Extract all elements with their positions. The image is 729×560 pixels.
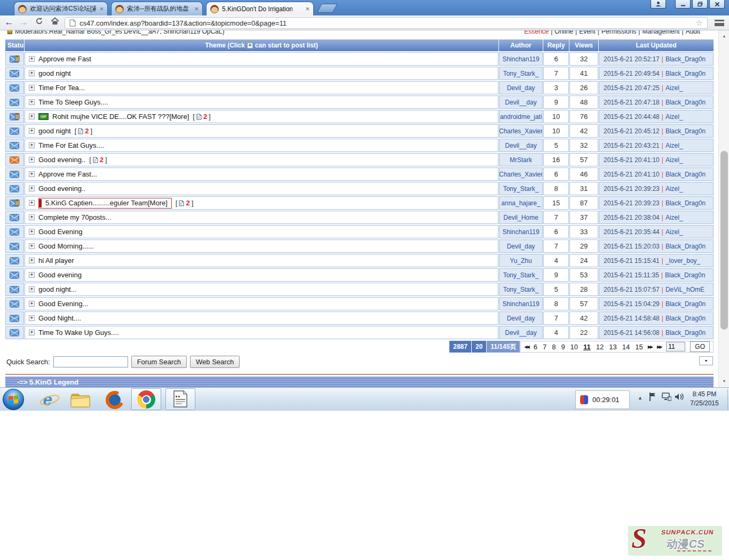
topic-title-link[interactable]: Good Evening... [38,300,88,308]
restore-button[interactable] [692,0,708,9]
last-poster-link[interactable]: Black_Drag0n [665,171,706,178]
last-page-icon[interactable]: ▶▶ [657,345,661,349]
minimize-button[interactable] [675,0,691,9]
board-link[interactable]: Event [579,30,596,35]
last-poster-link[interactable]: Aizel_ [665,113,683,121]
search-input[interactable] [53,356,128,367]
last-poster-link[interactable]: Aizel_ [665,185,683,193]
topic-title-link[interactable]: Time For Tea... [38,84,85,92]
expand-plus-icon[interactable]: + [29,258,35,263]
topic-author-link[interactable]: Charles_Xavier [499,124,543,138]
topic-title-link[interactable]: good night... [38,285,77,293]
page-scrollbar[interactable]: ▲ ▼ [718,30,729,387]
topic-author-link[interactable]: Devil__day [499,326,543,339]
page-link[interactable]: 14 [622,343,630,351]
topic-title-link[interactable]: Complete my 70posts... [38,213,112,221]
forum-search-button[interactable]: Forum Search [131,356,187,368]
taskbar-ie-icon[interactable]: e [36,390,59,410]
expand-plus-icon[interactable]: + [29,229,35,235]
topic-author-link[interactable]: Shinchan119 [499,297,543,310]
topic-title-link[interactable]: hi All player [38,257,74,265]
tab-close-icon[interactable]: × [305,5,310,12]
expand-plus-icon[interactable]: + [29,243,35,249]
last-poster-link[interactable]: Black_Drag0n [665,55,706,63]
last-poster-link[interactable]: Black_Drag0n [665,99,706,106]
highlighted-topic-box[interactable]: 5.KinG Captien.........eguler Team[More] [38,198,172,209]
taskbar-chrome-active-box[interactable] [131,388,161,410]
expand-plus-icon[interactable]: + [29,301,35,307]
topic-title-link[interactable]: Good evening.. [38,185,85,193]
action-center-flag-icon[interactable] [649,392,656,403]
last-poster-link[interactable]: Aizel_ [665,228,683,236]
topic-author-link[interactable]: Tony_Stark_ [499,283,543,296]
tab-close-icon[interactable]: × [194,5,199,12]
expand-plus-icon[interactable]: + [29,186,35,191]
topic-title-link[interactable]: Good Morning...... [38,242,94,250]
expand-plus-icon[interactable]: + [29,272,35,278]
expand-plus-icon[interactable]: + [29,330,35,335]
last-poster-link[interactable]: Black_Drag0n [665,243,706,250]
expand-plus-icon[interactable]: + [29,114,35,119]
topic-author-link[interactable]: Tony_Stark_ [499,268,543,282]
last-poster-link[interactable]: Aizel_ [665,214,683,221]
last-poster-link[interactable]: _lover_boy_ [665,257,700,265]
expand-plus-icon[interactable]: + [29,56,35,62]
topic-title-link[interactable]: good night [38,127,71,135]
topic-author-link[interactable]: Devil__day [499,139,543,152]
taskbar-document-active-box[interactable] [165,388,195,410]
browser-tab-3-active[interactable]: 5.KinGDon't Do Irrigation × [206,2,314,15]
last-poster-link[interactable]: Aizel_ [665,84,683,92]
topic-title-link[interactable]: Time For Eat Guys.... [38,141,104,149]
last-poster-link[interactable]: DeViL_hOmE [665,286,704,293]
topic-title-link[interactable]: Approve me Fast... [38,170,97,178]
expand-plus-icon[interactable]: + [29,171,35,177]
board-link[interactable]: Online [554,30,573,35]
topic-author-link[interactable]: anna_hajare_ [499,196,543,210]
next-pages-icon[interactable]: ▶▶ [648,345,652,349]
scroll-up-icon[interactable]: ▲ [719,31,729,40]
chrome-menu-icon[interactable] [715,20,724,26]
new-tab-button[interactable] [316,4,337,13]
last-poster-link[interactable]: Black_Drag0n [665,329,706,337]
last-poster-link[interactable]: Black_Drag0n [665,70,706,77]
topic-title-link[interactable]: Good evening.. [38,156,85,164]
topic-author-link[interactable]: Devil_day [499,81,543,94]
page-link[interactable]: 12 [596,343,604,351]
topic-author-link[interactable]: Tony_Stark_ [499,182,543,195]
last-poster-link[interactable]: Black_Drag0n [665,127,706,135]
back-button[interactable]: ← [3,17,15,28]
tray-hidden-icons-arrow[interactable]: ▲ [638,395,643,401]
board-footer-bar[interactable]: -=> 5.KinG Legend [5,377,714,387]
board-link[interactable]: Permissions [601,30,636,35]
home-button[interactable] [49,17,61,28]
topic-author-link[interactable]: MrStark [499,153,543,166]
last-poster-link[interactable]: Black_Drag0n [665,271,705,279]
tab-close-icon[interactable]: × [99,5,104,12]
last-poster-link[interactable]: Black_Drag0n [665,300,706,308]
page-link-current[interactable]: 11 [583,343,591,351]
profile-button[interactable] [651,0,666,9]
topic-author-link[interactable]: Devil_day [499,311,543,325]
browser-tab-2[interactable]: 索沛--所有战队的地盘 × [111,2,203,15]
topic-title-link[interactable]: Good Evening [38,228,82,236]
page-link[interactable]: 9 [561,343,565,351]
topic-author-link[interactable]: Tony_Stark_ [499,67,543,80]
topic-author-link[interactable]: Devil_Home [499,211,543,224]
expand-plus-icon[interactable]: + [29,142,35,148]
topic-title-link[interactable]: Good evening [38,271,82,279]
page-link[interactable]: 10 [570,343,578,351]
taskbar-clock[interactable]: 8:45 PM 7/25/2015 [684,390,725,408]
last-poster-link[interactable]: Aizel_ [665,142,683,149]
page-link[interactable]: 7 [543,343,546,351]
expand-plus-icon[interactable]: + [29,214,35,220]
forward-button[interactable]: → [18,17,29,28]
board-link[interactable]: Essence [524,30,549,35]
board-link[interactable]: Audit [686,30,700,35]
expand-plus-icon[interactable]: + [29,70,35,76]
topic-title-link[interactable]: 5.KinG Captien.........eguler Team[More] [45,199,168,207]
page-link[interactable]: 15 [635,343,643,351]
topic-title-link[interactable]: Time To Sleep Guys.... [38,98,108,106]
topic-title-link[interactable]: Rohit mujhe VICE DE....OK FAST ???[More] [52,113,189,121]
page-link[interactable]: 8 [552,343,556,351]
page-link[interactable]: 6 [534,343,537,351]
